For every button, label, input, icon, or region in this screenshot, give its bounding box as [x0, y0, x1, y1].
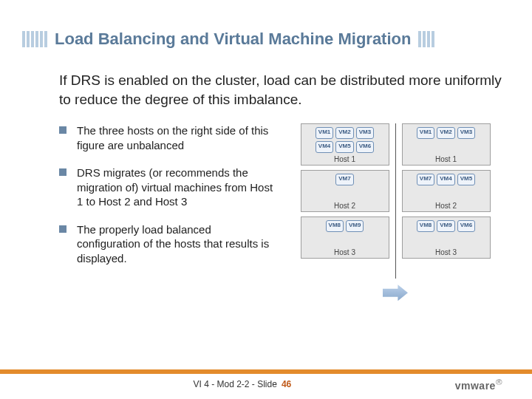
- title-bar: Load Balancing and Virtual Machine Migra…: [0, 30, 532, 49]
- diagram-col-left: VM1VM2VM3 VM4VM5VM6 Host 1 VM7 Host 2 VM…: [301, 123, 389, 259]
- title-stripe-right: [418, 31, 510, 47]
- host-box: VM1VM2VM3 VM4VM5VM6 Host 1: [301, 123, 389, 166]
- vm-badge: VM4: [316, 141, 333, 153]
- footer-meta: VI 4 - Mod 2-2 - Slide 46: [194, 379, 292, 389]
- vm-badge: VM2: [437, 127, 454, 139]
- diagram: VM1VM2VM3 VM4VM5VM6 Host 1 VM7 Host 2 VM…: [288, 123, 502, 279]
- content-row: The three hosts on the right side of thi…: [0, 123, 532, 279]
- vm-badge: VM3: [457, 127, 475, 139]
- arrow-icon: [383, 284, 408, 301]
- column-divider: [395, 123, 396, 279]
- vm-badge: VM5: [335, 141, 353, 153]
- host-box: VM7 Host 2: [301, 170, 389, 212]
- vm-badge: VM1: [417, 127, 434, 139]
- host-label: Host 3: [406, 248, 487, 256]
- vm-badge: VM6: [356, 141, 374, 153]
- footer: VI 4 - Mod 2-2 - Slide 46 vmware®: [0, 369, 532, 399]
- host-label: Host 2: [406, 202, 487, 210]
- vm-badge: VM8: [326, 220, 344, 232]
- vmware-logo: vmware®: [455, 377, 502, 392]
- vm-badge: VM4: [437, 174, 454, 185]
- host-label: Host 2: [304, 202, 386, 210]
- vm-badge: VM2: [335, 127, 353, 139]
- bullet-item: The three hosts on the right side of thi…: [59, 123, 273, 152]
- vm-badge: VM3: [356, 127, 374, 139]
- bullet-list: The three hosts on the right side of thi…: [59, 123, 273, 279]
- vm-badge: VM5: [457, 174, 475, 185]
- vm-badge: VM9: [346, 220, 364, 232]
- host-box: VM8VM9 Host 3: [301, 216, 389, 259]
- host-label: Host 3: [304, 248, 386, 256]
- bullet-item: The properly load balanced configuration…: [59, 222, 273, 266]
- host-box: VM1VM2VM3 Host 1: [402, 123, 491, 166]
- diagram-col-right: VM1VM2VM3 Host 1 VM7VM4VM5 Host 2 VM8VM9…: [402, 123, 491, 259]
- host-label: Host 1: [406, 155, 487, 163]
- host-label: Host 1: [304, 155, 386, 163]
- vm-badge: VM6: [457, 220, 475, 232]
- vm-badge: VM9: [437, 220, 454, 232]
- vm-badge: VM7: [417, 174, 434, 185]
- footer-text: VI 4 - Mod 2-2 - Slide: [194, 379, 277, 389]
- slide: Load Balancing and Virtual Machine Migra…: [0, 0, 532, 399]
- host-box: VM7VM4VM5 Host 2: [402, 170, 491, 212]
- bullet-item: DRS migrates (or recommends the migratio…: [59, 166, 273, 209]
- vm-badge: VM8: [417, 220, 434, 232]
- host-box: VM8VM9VM6 Host 3: [402, 216, 491, 259]
- slide-title: Load Balancing and Virtual Machine Migra…: [55, 30, 411, 49]
- page-number: 46: [282, 379, 291, 389]
- vm-badge: VM1: [316, 127, 333, 139]
- title-stripe-left: [22, 31, 47, 47]
- vm-badge: VM7: [335, 174, 353, 185]
- intro-text: If DRS is enabled on the cluster, load c…: [0, 71, 532, 109]
